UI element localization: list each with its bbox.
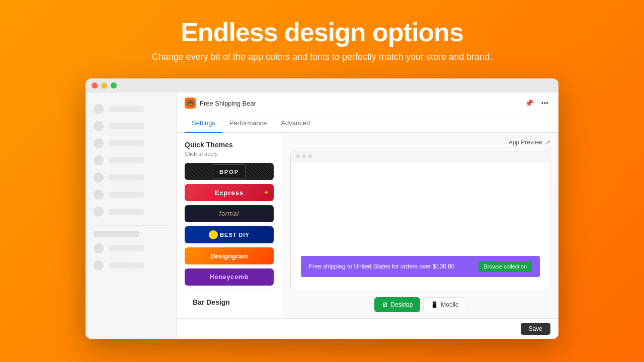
theme-bestdiy-inner: ⚡ BEST DIY (209, 230, 250, 239)
more-icon[interactable]: ••• (539, 98, 550, 109)
preview-dot-2 (302, 154, 306, 158)
preview-header: App Preview ↗ (509, 139, 550, 146)
theme-formal[interactable]: formal (185, 205, 274, 222)
app-header-right: 📌 ••• (523, 98, 550, 109)
quick-themes-subtitle: Click to apply (185, 151, 274, 157)
maximize-dot (111, 82, 117, 88)
close-dot (92, 82, 98, 88)
preview-dot-1 (296, 154, 300, 158)
desktop-icon: 🖥 (382, 301, 388, 308)
sidebar-avatar (94, 260, 104, 270)
app-name: Free Shipping Bear (200, 100, 256, 107)
sidebar-label-apps (109, 209, 144, 215)
sidebar-item-discounts[interactable] (86, 186, 176, 203)
app-header: 🐻 Free Shipping Bear 📌 ••• (177, 93, 558, 114)
tab-performance[interactable]: Performance (222, 114, 274, 133)
theme-express[interactable]: Express ✦ (185, 184, 274, 201)
app-header-left: 🐻 Free Shipping Bear (185, 98, 256, 109)
preview-banner-text: Free shipping to United States for order… (309, 263, 455, 270)
sidebar-label-orders (109, 123, 144, 129)
preview-label: App Preview (509, 139, 542, 146)
theme-bestdiy-label: BEST DIY (220, 232, 250, 238)
browser-window: 🐻 Free Shipping Bear 📌 ••• Settings Perf… (86, 78, 558, 339)
sidebar-label-discounts (109, 192, 144, 198)
theme-express-star: ✦ (264, 189, 269, 196)
sidebar-avatar (94, 172, 104, 183)
sidebar-avatar (94, 121, 104, 131)
sidebar-avatar (94, 207, 104, 217)
sidebar-item-online-store[interactable] (86, 240, 176, 257)
sidebar-label-analytics (109, 174, 144, 180)
theme-designgram[interactable]: Designgram (185, 247, 274, 264)
theme-bestdiy-badge: ⚡ (209, 230, 218, 239)
content-area: Quick Themes Click to apply BPOP Express… (177, 133, 558, 318)
theme-honeycomb[interactable]: Honeycomb (185, 268, 274, 286)
sidebar-item-products[interactable] (86, 135, 176, 152)
hero-title: Endless design options (152, 18, 492, 47)
bar-design-section: Bar Design (185, 290, 274, 318)
sidebar-section-label (94, 231, 139, 237)
tab-settings[interactable]: Settings (185, 114, 222, 133)
preview-content: Free shipping to United States for order… (291, 162, 550, 287)
browser-titlebar (86, 78, 558, 93)
tabs: Settings Performance Advanced (177, 114, 558, 133)
footer-bar: Save (177, 318, 558, 339)
sidebar-label-online-store (109, 245, 144, 251)
mobile-view-button[interactable]: 📱 Mobile (423, 297, 466, 312)
sidebar-avatar (94, 243, 104, 253)
main-area: 🐻 Free Shipping Bear 📌 ••• Settings Perf… (176, 93, 558, 339)
sidebar-item-analytics[interactable] (86, 169, 176, 186)
tab-advanced[interactable]: Advanced (274, 114, 317, 133)
mobile-label: Mobile (441, 301, 458, 308)
pin-icon[interactable]: 📌 (523, 98, 534, 109)
app-icon: 🐻 (185, 98, 196, 109)
sidebar (86, 93, 176, 339)
view-toggle: 🖥 Desktop 📱 Mobile (374, 297, 466, 312)
sidebar-label-products (109, 140, 144, 146)
sidebar-avatar (94, 155, 104, 165)
sidebar-item-orders[interactable] (86, 118, 176, 135)
preview-banner: Free shipping to United States for order… (301, 256, 540, 277)
desktop-label: Desktop (390, 301, 413, 308)
theme-bpop-label: BPOP (219, 169, 239, 175)
theme-bestdiy[interactable]: ⚡ BEST DIY (185, 226, 274, 243)
theme-express-label: Express (215, 189, 244, 197)
sidebar-avatar (94, 104, 104, 114)
preview-browse-button[interactable]: Browse collection (478, 261, 532, 272)
desktop-view-button[interactable]: 🖥 Desktop (374, 297, 420, 312)
save-button[interactable]: Save (521, 323, 550, 335)
mobile-icon: 📱 (431, 301, 438, 308)
app-icon-emoji: 🐻 (187, 100, 194, 107)
bar-design-title: Bar Design (193, 298, 266, 306)
quick-themes-title: Quick Themes (185, 141, 274, 149)
sidebar-label-pos (109, 262, 144, 268)
sidebar-item-pos[interactable] (86, 257, 176, 274)
theme-designgram-label: Designgram (210, 252, 248, 260)
sidebar-label-customers (109, 157, 144, 163)
external-link-icon[interactable]: ↗ (545, 139, 550, 146)
sidebar-item-customers[interactable] (86, 152, 176, 169)
sidebar-label-home (109, 106, 144, 112)
theme-honeycomb-label: Honeycomb (210, 274, 249, 281)
hero-section: Endless design options Change every bit … (142, 0, 502, 74)
browser-content: 🐻 Free Shipping Bear 📌 ••• Settings Perf… (86, 93, 558, 339)
preview-browser-dots (291, 151, 550, 162)
sidebar-avatar (94, 190, 104, 200)
sidebar-item-home[interactable] (86, 101, 176, 118)
hero-subtitle: Change every bit of the app colors and f… (152, 52, 492, 62)
sidebar-item-apps[interactable] (86, 203, 176, 220)
sidebar-divider (94, 225, 168, 226)
left-panel: Quick Themes Click to apply BPOP Express… (177, 133, 282, 318)
theme-formal-label: formal (219, 210, 239, 217)
preview-dot-3 (308, 154, 312, 158)
minimize-dot (101, 82, 107, 88)
sidebar-avatar (94, 138, 104, 148)
right-panel: App Preview ↗ Free shipping to United St… (282, 133, 558, 318)
theme-bpop[interactable]: BPOP (185, 163, 274, 180)
preview-browser: Free shipping to United States for order… (290, 151, 550, 291)
